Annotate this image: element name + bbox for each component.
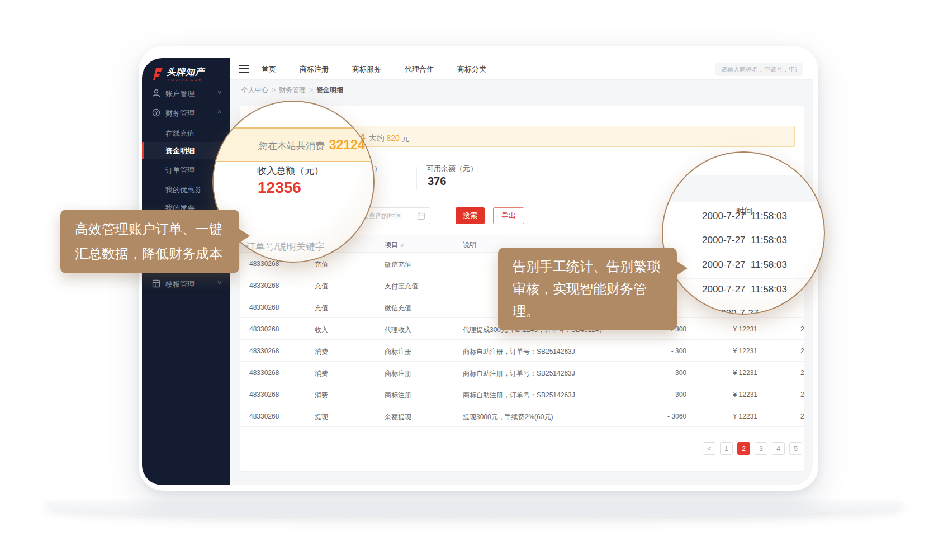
col-project-header[interactable]: 项目∨ — [385, 240, 404, 250]
sidebar-item-finance[interactable]: 财务管理 ∧ — [142, 105, 230, 121]
balance-value: 376 — [428, 175, 446, 188]
magnified-banner-prefix: 您在本站共消费 — [258, 141, 325, 151]
breadcrumb-bar: 个人中心>财务管理>资金明细 — [230, 80, 813, 99]
user-icon — [152, 89, 160, 97]
sidebar-item-templates[interactable]: 模板管理 ∨ — [142, 276, 230, 292]
template-icon — [152, 279, 160, 288]
sidebar-item-account[interactable]: 账户管理 ∨ — [142, 85, 230, 102]
pagination-page-2[interactable]: 2 — [737, 442, 750, 455]
table-row[interactable]: 48330268 消费 商标注册 商标自助注册，订单号：SB2514263J -… — [240, 362, 804, 383]
magnified-banner-amount: 32124 — [328, 137, 367, 152]
magnifier-right: 时间 2000-7-27 11:58:03 2000-7-27 11:58:03… — [662, 151, 825, 315]
pagination-page-4[interactable]: 4 — [772, 442, 785, 455]
breadcrumb-separator: > — [272, 86, 276, 94]
nav-item-agency[interactable]: 代理合作 — [405, 64, 434, 74]
nav-item-home[interactable]: 首页 — [262, 64, 276, 74]
magnified-time-row: 2000-7-27 11:58:03 — [663, 211, 825, 230]
nav-menu: 首页 商标注册 商标服务 代理合作 商标分类 — [262, 58, 486, 80]
banner-suffix: 元 — [402, 134, 410, 143]
search-button[interactable]: 搜索 — [456, 207, 485, 224]
nav-item-trademark-category[interactable]: 商标分类 — [457, 64, 486, 74]
callout-left: 高效管理账户订单、一键汇总数据，降低财务成本 — [60, 210, 239, 273]
brand-flag-icon — [151, 67, 163, 80]
banner-middle: 大约 — [369, 134, 385, 143]
sidebar-item-recharge[interactable]: 在线充值 — [142, 125, 230, 141]
breadcrumb-item[interactable]: 财务管理 — [279, 86, 306, 94]
callout-right-arrow-icon — [676, 261, 688, 276]
chevron-up-icon: ∧ — [216, 108, 222, 115]
magnified-column-header: 订单号/说明关键字 — [246, 240, 325, 253]
table-row[interactable]: 48330268 消费 商标注册 商标自助注册，订单号：SB2514263J -… — [240, 340, 804, 362]
chevron-down-icon: ∨ — [216, 279, 222, 286]
nav-item-trademark-register[interactable]: 商标注册 — [300, 64, 329, 74]
brand-name: 头牌知产 — [167, 67, 205, 78]
hamburger-menu-icon[interactable] — [239, 65, 249, 73]
global-search-input[interactable] — [715, 63, 803, 76]
pagination: < 1 2 3 4 5 — [703, 442, 802, 455]
table-row[interactable]: 48330268 提现 余额提现 提现3000元，手续费2%(60元) - 30… — [240, 405, 804, 427]
magnified-income-value: 12356 — [258, 179, 301, 197]
mockup-stage: 头牌知产 TOUPAI.COM 账户管理 ∨ 财务管 — [0, 0, 948, 560]
breadcrumb: 个人中心>财务管理>资金明细 — [241, 86, 343, 95]
callout-left-arrow-icon — [239, 229, 250, 243]
magnified-time-header-band: 时间 — [663, 175, 825, 202]
magnified-income-label: 收入总额（元） — [257, 164, 324, 177]
stats-divider — [416, 167, 417, 190]
balance-label: 可用余额（元） — [426, 164, 477, 174]
sort-icon: ∨ — [400, 243, 405, 248]
callout-left-text: 高效管理账户订单、一键汇总数据，降低财务成本 — [75, 221, 222, 261]
magnified-banner: 您在本站共消费 32124 大 — [212, 127, 375, 162]
top-navbar: 首页 商标注册 商标服务 代理合作 商标分类 — [230, 58, 813, 80]
callout-right-text: 告别手工统计、告别繁琐审核，实现智能财务管理。 — [513, 259, 660, 319]
laptop-base — [45, 501, 903, 516]
breadcrumb-current: 资金明细 — [316, 86, 343, 94]
nav-item-trademark-service[interactable]: 商标服务 — [352, 64, 381, 74]
table-row[interactable]: 48330268 消费 商标注册 商标自助注册，订单号：SB2514263J -… — [240, 383, 804, 405]
pagination-page-3[interactable]: 3 — [755, 442, 767, 455]
finance-icon — [152, 108, 160, 117]
pagination-page-5[interactable]: 5 — [789, 442, 802, 455]
brand-subtitle: TOUPAI.COM — [168, 78, 202, 82]
breadcrumb-separator: > — [309, 86, 313, 94]
banner-amount2: 820 — [387, 134, 400, 143]
calendar-icon[interactable] — [418, 212, 425, 220]
pagination-page-1[interactable]: 1 — [720, 442, 733, 455]
breadcrumb-item[interactable]: 个人中心 — [241, 86, 268, 94]
magnified-time-row: 2000-7-27 11:58:03 — [663, 235, 825, 254]
col-desc-header: 说明 — [463, 240, 476, 250]
export-button[interactable]: 导出 — [493, 207, 524, 224]
callout-right: 告别手工统计、告别繁琐审核，实现智能财务管理。 — [498, 248, 677, 330]
chevron-down-icon: ∨ — [216, 89, 222, 95]
pagination-prev-button[interactable]: < — [703, 442, 715, 455]
